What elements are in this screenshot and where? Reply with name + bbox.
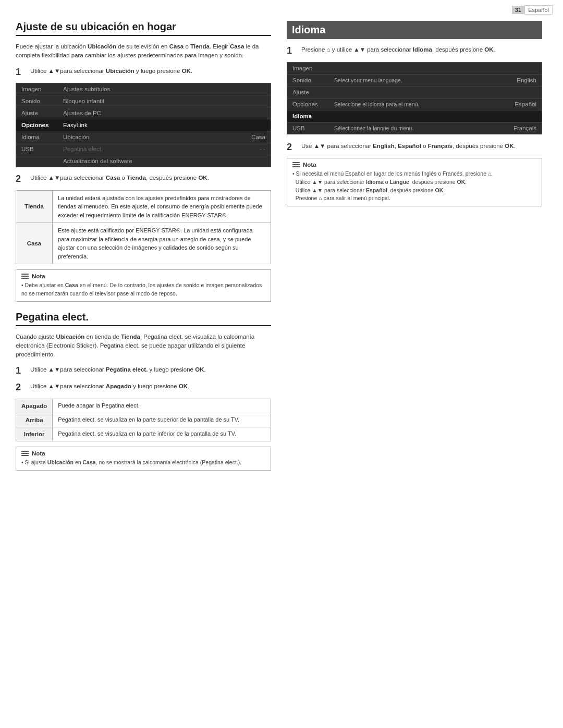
note-idioma-text: • Si necesita el menú Español en lugar d… [292, 170, 536, 203]
section-pegatina: Pegatina elect. Cuando ajuste Ubicación … [16, 311, 271, 471]
note-pegatina-title: Nota [32, 450, 45, 456]
menu-row-imagen: Imagen Ajustes subtítulos [16, 83, 271, 95]
page-language: Español [524, 5, 553, 15]
note-idioma: Nota • Si necesita el menú Español en lu… [287, 158, 542, 206]
section-ajuste-title: Ajuste de su ubicación en hogar [16, 21, 271, 36]
step-1-number: 1 [16, 67, 26, 78]
step-1-text: Utilice ▲▼para seleccionar Ubicación y l… [30, 67, 192, 76]
step-2-idioma-text: Use ▲▼ para seleccionar English, Español… [301, 142, 516, 151]
note-ajuste-header: Nota [21, 273, 265, 279]
step-2-peg-text: Utilice ▲▼para seleccionar Apagado y lue… [30, 382, 189, 391]
menu-row-ajuste: Ajuste Ajustes de PC [16, 107, 271, 119]
choice-row-tienda: Tienda La unidad estará ajustada con los… [16, 190, 271, 223]
idioma-menu: Imagen Sonido Select your menu language.… [287, 62, 542, 134]
peg-desc-arriba: Pegatina elect. se visualiza en la parte… [53, 413, 271, 427]
idioma-menu-opciones: Opciones Seleccione el idioma para el me… [287, 98, 542, 110]
right-column: Idioma 1 Presione ⌂ y utilice ▲▼ para se… [287, 21, 542, 478]
step-1-idioma-text: Presione ⌂ y utilice ▲▼ para seleccionar… [301, 45, 495, 54]
step-1-idioma: 1 Presione ⌂ y utilice ▲▼ para seleccion… [287, 45, 542, 57]
step-2-ajuste: 2 Utilice ▲▼para seleccionar Casa o Tien… [16, 174, 271, 185]
step-2-idioma-number: 2 [287, 142, 297, 153]
step-1-peg-number: 1 [16, 365, 26, 377]
menu-row-opciones: Opciones EasyLink [16, 119, 271, 131]
peg-label-arriba: Arriba [16, 413, 53, 427]
peg-row-apagado: Apagado Puede apagar la Pegatina elect. [16, 399, 271, 413]
section-idioma: Idioma 1 Presione ⌂ y utilice ▲▼ para se… [287, 21, 542, 206]
section-ajuste-intro: Puede ajustar la ubicación Ubicación de … [16, 42, 271, 60]
idioma-menu-idioma: Idioma [287, 110, 542, 122]
note-idioma-title: Nota [303, 162, 316, 168]
choice-label-casa: Casa [16, 223, 53, 264]
menu-row-actualizacion: Actualización del software [16, 155, 271, 167]
step-1-peg-text: Utilice ▲▼para seleccionar Pegatina elec… [30, 365, 206, 374]
peg-label-apagado: Apagado [16, 399, 53, 413]
peg-row-inferior: Inferior Pegatina elect. se visualiza en… [16, 427, 271, 441]
step-1-idioma-number: 1 [287, 45, 297, 57]
page-header: 31 Español [512, 5, 553, 15]
note-idioma-header: Nota [292, 162, 536, 168]
section-pegatina-title: Pegatina elect. [16, 311, 271, 326]
idioma-menu-sonido: Sonido Select your menu language. Englis… [287, 75, 542, 87]
step-2-idioma: 2 Use ▲▼ para seleccionar English, Españ… [287, 142, 542, 153]
menu-row-idioma: Idioma Ubicación Casa [16, 131, 271, 143]
note-icon [21, 274, 29, 279]
step-2-pegatina: 2 Utilice ▲▼para seleccionar Apagado y l… [16, 382, 271, 393]
step-2-text: Utilice ▲▼para seleccionar Casa o Tienda… [30, 174, 209, 182]
peg-desc-apagado: Puede apagar la Pegatina elect. [53, 399, 271, 413]
idioma-menu-imagen: Imagen [287, 63, 542, 75]
note-pegatina-header: Nota [21, 450, 265, 456]
section-pegatina-intro: Cuando ajuste Ubicación en tienda de Tie… [16, 332, 271, 360]
note-idioma-icon [292, 162, 300, 167]
note-ajuste: Nota • Debe ajustar en Casa en el menú. … [16, 269, 271, 302]
menu-row-sonido: Sonido Bloqueo infantil [16, 95, 271, 107]
step-1-ajuste: 1 Utilice ▲▼para seleccionar Ubicación y… [16, 67, 271, 78]
note-pegatina-text: • Si ajusta Ubicación en Casa, no se mos… [21, 459, 265, 467]
idioma-menu-ajuste: Ajuste [287, 87, 542, 98]
left-column: Ajuste de su ubicación en hogar Puede aj… [16, 21, 271, 478]
step-2-peg-number: 2 [16, 382, 26, 393]
menu-row-usb: USB Pegatina elect. - - [16, 143, 271, 155]
section-idioma-title: Idioma [287, 21, 542, 39]
note-pegatina: Nota • Si ajusta Ubicación en Casa, no s… [16, 447, 271, 471]
note-ajuste-text: • Debe ajustar en Casa en el menú. De lo… [21, 281, 265, 298]
choice-row-casa: Casa Este ajuste está calificado por ENE… [16, 223, 271, 264]
idioma-menu-usb: USB Sélectionnez la langue du menu. Fran… [287, 122, 542, 134]
peg-desc-inferior: Pegatina elect. se visualiza en la parte… [53, 427, 271, 441]
choice-label-tienda: Tienda [16, 190, 53, 223]
pegatina-options-table: Apagado Puede apagar la Pegatina elect. … [16, 399, 271, 441]
choice-desc-casa: Este ajuste está calificado por ENERGY S… [53, 223, 271, 264]
step-1-pegatina: 1 Utilice ▲▼para seleccionar Pegatina el… [16, 365, 271, 377]
peg-row-arriba: Arriba Pegatina elect. se visualiza en l… [16, 413, 271, 427]
choice-table: Tienda La unidad estará ajustada con los… [16, 190, 271, 265]
section-ajuste: Ajuste de su ubicación en hogar Puede aj… [16, 21, 271, 302]
page-number: 31 [512, 6, 524, 14]
choice-desc-tienda: La unidad estará ajustada con los ajuste… [53, 190, 271, 223]
note-ajuste-title: Nota [32, 273, 45, 279]
step-2-number: 2 [16, 174, 26, 185]
menu-ubicacion: Imagen Ajustes subtítulos Sonido Bloqueo… [16, 83, 271, 167]
note-peg-icon [21, 451, 29, 456]
peg-label-inferior: Inferior [16, 427, 53, 441]
